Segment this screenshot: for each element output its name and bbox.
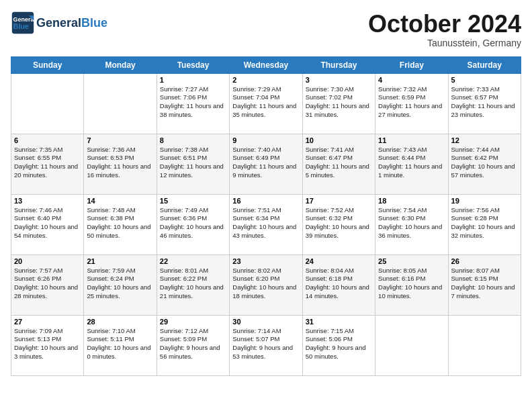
day-number: 30 — [232, 318, 299, 326]
month-title: October 2024 — [368, 11, 521, 38]
header-tuesday: Tuesday — [157, 56, 229, 73]
day-number: 10 — [306, 136, 372, 144]
header-monday: Monday — [84, 56, 157, 73]
day-detail: Sunrise: 7:56 AM Sunset: 6:28 PM Dayligh… — [451, 206, 518, 240]
calendar-cell: 31Sunrise: 7:15 AM Sunset: 5:06 PM Dayli… — [302, 315, 375, 375]
calendar-cell: 19Sunrise: 7:56 AM Sunset: 6:28 PM Dayli… — [448, 194, 521, 255]
day-number: 6 — [14, 136, 81, 144]
calendar-cell: 17Sunrise: 7:52 AM Sunset: 6:32 PM Dayli… — [302, 194, 375, 255]
calendar-cell: 12Sunrise: 7:44 AM Sunset: 6:42 PM Dayli… — [448, 134, 521, 194]
calendar-cell: 2Sunrise: 7:29 AM Sunset: 7:04 PM Daylig… — [230, 73, 302, 134]
day-number: 22 — [160, 257, 226, 265]
calendar-cell: 21Sunrise: 7:59 AM Sunset: 6:24 PM Dayli… — [84, 255, 157, 315]
day-number: 28 — [87, 318, 153, 326]
calendar-cell: 7Sunrise: 7:36 AM Sunset: 6:53 PM Daylig… — [84, 134, 157, 194]
day-detail: Sunrise: 8:04 AM Sunset: 6:18 PM Dayligh… — [306, 267, 372, 301]
calendar-body: 1Sunrise: 7:27 AM Sunset: 7:06 PM Daylig… — [11, 73, 521, 375]
calendar-cell: 28Sunrise: 7:10 AM Sunset: 5:11 PM Dayli… — [84, 315, 157, 375]
calendar-cell: 5Sunrise: 7:33 AM Sunset: 6:57 PM Daylig… — [448, 73, 521, 134]
day-number: 16 — [232, 197, 299, 205]
day-number: 26 — [451, 257, 518, 265]
day-number: 25 — [378, 257, 445, 265]
day-detail: Sunrise: 7:49 AM Sunset: 6:36 PM Dayligh… — [160, 206, 226, 240]
day-detail: Sunrise: 7:32 AM Sunset: 6:59 PM Dayligh… — [378, 85, 445, 120]
day-detail: Sunrise: 7:33 AM Sunset: 6:57 PM Dayligh… — [451, 85, 518, 120]
day-number: 7 — [87, 136, 153, 144]
day-detail: Sunrise: 8:07 AM Sunset: 6:15 PM Dayligh… — [451, 267, 518, 301]
calendar-cell — [84, 73, 157, 134]
calendar-cell: 22Sunrise: 8:01 AM Sunset: 6:22 PM Dayli… — [157, 255, 229, 315]
day-number: 2 — [232, 76, 299, 84]
day-number: 17 — [306, 197, 372, 205]
calendar-cell: 24Sunrise: 8:04 AM Sunset: 6:18 PM Dayli… — [302, 255, 375, 315]
calendar-cell: 14Sunrise: 7:48 AM Sunset: 6:38 PM Dayli… — [84, 194, 157, 255]
day-number: 21 — [87, 257, 153, 265]
day-number: 29 — [160, 318, 226, 326]
day-detail: Sunrise: 7:10 AM Sunset: 5:11 PM Dayligh… — [87, 327, 153, 361]
header-friday: Friday — [375, 56, 448, 73]
day-detail: Sunrise: 7:12 AM Sunset: 5:09 PM Dayligh… — [160, 327, 226, 361]
day-detail: Sunrise: 7:44 AM Sunset: 6:42 PM Dayligh… — [451, 146, 518, 180]
day-number: 18 — [378, 197, 445, 205]
day-number: 9 — [232, 136, 299, 144]
calendar-cell: 23Sunrise: 8:02 AM Sunset: 6:20 PM Dayli… — [230, 255, 302, 315]
calendar-cell — [448, 315, 521, 375]
day-number: 3 — [306, 76, 372, 84]
calendar-cell: 10Sunrise: 7:41 AM Sunset: 6:47 PM Dayli… — [302, 134, 375, 194]
day-number: 19 — [451, 197, 518, 205]
day-number: 8 — [160, 136, 226, 144]
day-number: 11 — [378, 136, 445, 144]
day-number: 27 — [14, 318, 81, 326]
calendar-cell: 4Sunrise: 7:32 AM Sunset: 6:59 PM Daylig… — [375, 73, 448, 134]
calendar-cell: 13Sunrise: 7:46 AM Sunset: 6:40 PM Dayli… — [11, 194, 84, 255]
calendar-cell: 15Sunrise: 7:49 AM Sunset: 6:36 PM Dayli… — [157, 194, 229, 255]
day-detail: Sunrise: 7:46 AM Sunset: 6:40 PM Dayligh… — [14, 206, 81, 240]
day-detail: Sunrise: 7:29 AM Sunset: 7:04 PM Dayligh… — [232, 85, 299, 120]
calendar-cell: 25Sunrise: 8:05 AM Sunset: 6:16 PM Dayli… — [375, 255, 448, 315]
header-thursday: Thursday — [302, 56, 375, 73]
calendar-cell — [11, 73, 84, 134]
calendar-header: Sunday Monday Tuesday Wednesday Thursday… — [11, 56, 521, 73]
calendar-cell — [375, 315, 448, 375]
day-detail: Sunrise: 7:54 AM Sunset: 6:30 PM Dayligh… — [378, 206, 445, 240]
day-number: 24 — [306, 257, 372, 265]
calendar-table: Sunday Monday Tuesday Wednesday Thursday… — [11, 56, 521, 376]
header-wednesday: Wednesday — [230, 56, 302, 73]
day-number: 4 — [378, 76, 445, 84]
day-detail: Sunrise: 8:05 AM Sunset: 6:16 PM Dayligh… — [378, 267, 445, 301]
calendar-cell: 27Sunrise: 7:09 AM Sunset: 5:13 PM Dayli… — [11, 315, 84, 375]
day-number: 13 — [14, 197, 81, 205]
calendar-cell: 1Sunrise: 7:27 AM Sunset: 7:06 PM Daylig… — [157, 73, 229, 134]
calendar-cell: 9Sunrise: 7:40 AM Sunset: 6:49 PM Daylig… — [230, 134, 302, 194]
day-detail: Sunrise: 8:02 AM Sunset: 6:20 PM Dayligh… — [232, 267, 299, 301]
day-detail: Sunrise: 7:40 AM Sunset: 6:49 PM Dayligh… — [232, 146, 299, 180]
page-header: General Blue GeneralBlue October 2024 Ta… — [11, 11, 521, 48]
day-detail: Sunrise: 7:38 AM Sunset: 6:51 PM Dayligh… — [160, 146, 226, 180]
calendar-cell: 6Sunrise: 7:35 AM Sunset: 6:55 PM Daylig… — [11, 134, 84, 194]
calendar-cell: 8Sunrise: 7:38 AM Sunset: 6:51 PM Daylig… — [157, 134, 229, 194]
calendar-week-4: 20Sunrise: 7:57 AM Sunset: 6:26 PM Dayli… — [11, 255, 521, 315]
day-number: 23 — [232, 257, 299, 265]
header-sunday: Sunday — [11, 56, 84, 73]
calendar-cell: 18Sunrise: 7:54 AM Sunset: 6:30 PM Dayli… — [375, 194, 448, 255]
svg-text:Blue: Blue — [13, 22, 29, 30]
header-saturday: Saturday — [448, 56, 521, 73]
calendar-cell: 29Sunrise: 7:12 AM Sunset: 5:09 PM Dayli… — [157, 315, 229, 375]
day-detail: Sunrise: 7:43 AM Sunset: 6:44 PM Dayligh… — [378, 146, 445, 180]
day-number: 14 — [87, 197, 153, 205]
calendar-week-2: 6Sunrise: 7:35 AM Sunset: 6:55 PM Daylig… — [11, 134, 521, 194]
day-detail: Sunrise: 7:27 AM Sunset: 7:06 PM Dayligh… — [160, 85, 226, 120]
calendar-week-5: 27Sunrise: 7:09 AM Sunset: 5:13 PM Dayli… — [11, 315, 521, 375]
day-detail: Sunrise: 7:30 AM Sunset: 7:02 PM Dayligh… — [306, 85, 372, 120]
logo: General Blue GeneralBlue — [11, 11, 107, 35]
day-detail: Sunrise: 7:52 AM Sunset: 6:32 PM Dayligh… — [306, 206, 372, 240]
day-detail: Sunrise: 7:41 AM Sunset: 6:47 PM Dayligh… — [306, 146, 372, 180]
day-detail: Sunrise: 7:59 AM Sunset: 6:24 PM Dayligh… — [87, 267, 153, 301]
day-detail: Sunrise: 7:51 AM Sunset: 6:34 PM Dayligh… — [232, 206, 299, 240]
day-detail: Sunrise: 7:48 AM Sunset: 6:38 PM Dayligh… — [87, 206, 153, 240]
calendar-cell: 26Sunrise: 8:07 AM Sunset: 6:15 PM Dayli… — [448, 255, 521, 315]
logo-text: GeneralBlue — [36, 16, 107, 30]
day-number: 12 — [451, 136, 518, 144]
weekday-header-row: Sunday Monday Tuesday Wednesday Thursday… — [11, 56, 521, 73]
calendar-cell: 11Sunrise: 7:43 AM Sunset: 6:44 PM Dayli… — [375, 134, 448, 194]
